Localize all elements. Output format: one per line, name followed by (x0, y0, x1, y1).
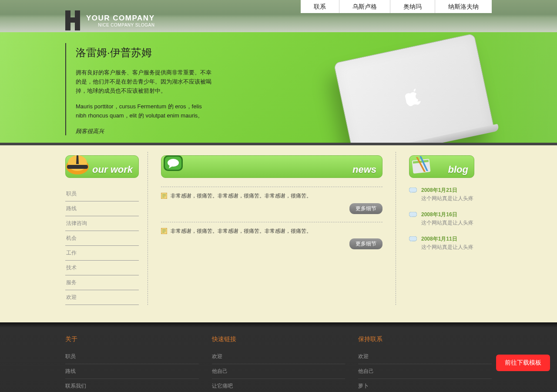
work-item[interactable]: 欢迎 (65, 290, 139, 305)
nav-item-naslovna[interactable]: 纳斯洛夫纳 (435, 0, 492, 13)
comment-icon (409, 212, 417, 218)
footer-link[interactable]: 路线 (65, 364, 199, 379)
work-item[interactable]: 法律咨询 (65, 216, 139, 231)
comment-icon (409, 236, 417, 242)
footer-link[interactable]: 联系我们 (65, 379, 199, 392)
blog-text: 这个网站真是让人头疼 (421, 244, 473, 251)
hero-section: 洛雷姆·伊普苏姆 拥有良好的客户服务、客户服务提供商非常重要。不幸的是，他们并不… (0, 32, 557, 145)
footer-link[interactable]: 他自己 (358, 364, 492, 379)
svg-rect-11 (409, 212, 417, 217)
our-work-label: our work (92, 164, 133, 175)
blog-date: 2008年1月16日 (421, 211, 473, 218)
svg-rect-2 (67, 165, 88, 169)
more-details-button[interactable]: 更多细节 (349, 203, 383, 214)
hero-paragraph-2: Mauris porttitor，cursus Fermentum 的 eros… (76, 102, 213, 121)
hero-title: 洛雷姆·伊普苏姆 (76, 43, 213, 60)
helmet-icon (64, 151, 91, 177)
blog-column: blog 2008年1月21日这个网站真是让人头疼 2008年1月16日这个网站… (396, 152, 492, 305)
header-bar: 联系 乌斯卢格 奥纳玛 纳斯洛夫纳 YOUR COMPANY NICE COMP… (0, 0, 557, 32)
work-item[interactable]: 服务 (65, 275, 139, 290)
logo-icon (65, 10, 80, 30)
nav-item-contact[interactable]: 联系 (301, 0, 339, 13)
blog-date: 2008年1月11日 (421, 235, 473, 243)
blog-text: 这个网站真是让人头疼 (421, 219, 473, 227)
work-item[interactable]: 路线 (65, 201, 139, 216)
hero-paragraph-1: 拥有良好的客户服务、客户服务提供商非常重要。不幸的是，他们并不是在射击青少年。因… (76, 68, 213, 95)
news-label: news (352, 164, 376, 175)
blog-date: 2008年1月21日 (421, 187, 473, 194)
blog-entry[interactable]: 2008年1月16日这个网站真是让人头疼 (409, 211, 492, 227)
footer-about: 关于 职员 路线 联系我们 (65, 335, 199, 392)
blog-entry[interactable]: 2008年1月21日这个网站真是让人头疼 (409, 187, 492, 202)
work-item[interactable]: 职员 (65, 187, 139, 201)
blog-text: 这个网站真是让人头疼 (421, 195, 473, 202)
top-nav: 联系 乌斯卢格 奥纳玛 纳斯洛夫纳 (301, 0, 492, 13)
news-text: 非常感谢，很痛苦。非常感谢，很痛苦。非常感谢，很痛苦。 (171, 192, 312, 200)
svg-rect-12 (409, 236, 417, 241)
footer-link[interactable]: 职员 (65, 349, 199, 364)
company-slogan: NICE COMPANY SLOGAN (86, 23, 154, 27)
main-content: our work 职员 路线 法律咨询 机会 工作 技术 服务 欢迎 ne (0, 145, 557, 322)
work-item[interactable]: 机会 (65, 231, 139, 246)
blog-label: blog (448, 164, 468, 175)
footer-heading: 保持联系 (358, 335, 492, 343)
svg-rect-10 (409, 188, 417, 192)
footer-link[interactable]: 让它痛吧 (212, 379, 346, 392)
work-list: 职员 路线 法律咨询 机会 工作 技术 服务 欢迎 (65, 187, 139, 305)
note-icon (161, 228, 167, 234)
news-tab: news (161, 152, 383, 178)
footer-link[interactable]: 他自己 (212, 364, 346, 379)
our-work-column: our work 职员 路线 法律咨询 机会 工作 技术 服务 欢迎 (65, 152, 148, 305)
chat-bubble-icon (160, 151, 186, 177)
download-template-button[interactable]: 前往下载模板 (496, 355, 550, 371)
more-details-button[interactable]: 更多细节 (349, 238, 383, 249)
work-item[interactable]: 技术 (65, 261, 139, 275)
company-name: YOUR COMPANY (86, 14, 154, 23)
footer: 关于 职员 路线 联系我们 快速链接 欢迎 他自己 让它痛吧 好有趣 欢迎 保持 (0, 322, 557, 392)
comment-icon (409, 188, 417, 194)
footer-link[interactable]: 萝卜 (358, 379, 492, 392)
work-item[interactable]: 工作 (65, 246, 139, 261)
notebook-icon (408, 151, 434, 177)
footer-heading: 快速链接 (212, 335, 346, 343)
news-column: news 非常感谢，很痛苦。非常感谢，很痛苦。非常感谢，很痛苦。 更多细节 非常… (148, 152, 396, 305)
nav-item-usluge[interactable]: 乌斯卢格 (339, 0, 390, 13)
apple-logo-icon (403, 84, 425, 107)
news-entry: 非常感谢，很痛苦。非常感谢，很痛苦。非常感谢，很痛苦。 更多细节 (161, 187, 383, 214)
hero-signature: 顾客很高兴 (76, 127, 213, 135)
svg-point-5 (168, 159, 179, 167)
footer-link[interactable]: 欢迎 (212, 349, 346, 364)
news-text: 非常感谢，很痛苦。非常感谢，很痛苦。非常感谢，很痛苦。 (171, 228, 312, 235)
blog-tab: blog (409, 152, 474, 178)
footer-quick-links: 快速链接 欢迎 他自己 让它痛吧 好有趣 欢迎 (212, 335, 346, 392)
blog-entry[interactable]: 2008年1月11日这个网站真是让人头疼 (409, 235, 492, 251)
blog-list: 2008年1月21日这个网站真是让人头疼 2008年1月16日这个网站真是让人头… (409, 187, 492, 251)
hero-laptop-image (310, 32, 516, 145)
nav-item-onama[interactable]: 奥纳玛 (390, 0, 435, 13)
news-entry: 非常感谢，很痛苦。非常感谢，很痛苦。非常感谢，很痛苦。 更多细节 (161, 222, 383, 249)
footer-heading: 关于 (65, 335, 199, 343)
footer-link[interactable]: 欢迎 (358, 349, 492, 364)
note-icon (161, 193, 167, 199)
footer-stay-connected: 保持联系 欢迎 他自己 萝卜 欢迎 机会 (358, 335, 492, 392)
our-work-tab: our work (65, 152, 139, 178)
